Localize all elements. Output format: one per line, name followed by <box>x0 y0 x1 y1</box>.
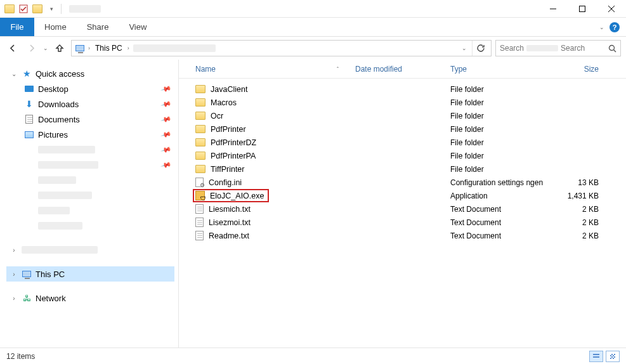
header-date[interactable]: Date modified <box>350 65 445 74</box>
header-name[interactable]: Name ˆ <box>190 65 350 74</box>
file-tab[interactable]: File <box>0 18 34 36</box>
up-button[interactable] <box>52 41 67 56</box>
breadcrumb-label: This PC <box>95 44 122 53</box>
file-name: Readme.txt <box>209 231 249 240</box>
nav-item-placeholder <box>38 207 70 214</box>
help-icon[interactable]: ? <box>610 22 620 32</box>
close-button[interactable] <box>597 0 626 18</box>
nav-quick-access[interactable]: ⌄ ★ Quick access <box>6 66 174 81</box>
header-size[interactable]: Size <box>553 65 604 74</box>
qat-dropdown-icon[interactable]: ▾ <box>46 3 57 15</box>
title-bar: ▾ <box>0 0 626 18</box>
expand-icon[interactable]: › <box>10 295 18 302</box>
file-name: Ocr <box>211 112 223 120</box>
expand-icon[interactable]: › <box>10 271 18 278</box>
view-toggles <box>589 351 620 362</box>
item-count: 12 items <box>6 352 35 361</box>
nav-this-pc[interactable]: › This PC <box>6 266 174 282</box>
file-name: Macros <box>211 98 237 107</box>
folder-icon <box>24 221 34 231</box>
breadcrumb-this-pc[interactable]: This PC <box>93 42 125 54</box>
breadcrumb-path-placeholder[interactable] <box>133 44 216 52</box>
crumb-sep-icon[interactable]: › <box>127 45 129 51</box>
tab-view[interactable]: View <box>119 18 157 36</box>
search-box[interactable]: Search <box>495 40 621 56</box>
nav-group-item[interactable]: › <box>6 242 174 257</box>
nav-recent-item[interactable] <box>6 203 174 218</box>
back-button[interactable] <box>5 41 20 56</box>
file-row[interactable]: PdfPrinterFile folder <box>190 122 626 136</box>
search-icon[interactable] <box>608 44 616 53</box>
file-row[interactable]: Lisezmoi.txtText Document2 KB <box>190 216 626 229</box>
forward-button[interactable] <box>24 41 39 56</box>
nav-recent-item[interactable] <box>6 172 174 188</box>
nav-desktop[interactable]: Desktop 📌 <box>6 81 174 96</box>
file-row[interactable]: PdfPrinterDZFile folder <box>190 136 626 149</box>
content-area: Name ˆ Date modified Type Size JavaClien… <box>179 60 626 348</box>
status-bar: 12 items <box>0 348 626 364</box>
text-file-icon <box>195 231 204 240</box>
file-row[interactable]: JavaClientFile folder <box>190 82 626 96</box>
nav-label: Desktop <box>38 84 68 94</box>
file-row[interactable]: Liesmich.txtText Document2 KB <box>190 202 626 216</box>
nav-pictures[interactable]: Pictures 📌 <box>6 127 174 142</box>
file-size: 2 KB <box>553 218 604 227</box>
file-row[interactable]: Config.iniConfiguration settings ngen13 … <box>190 176 626 189</box>
file-row[interactable]: OcrFile folder <box>190 109 626 122</box>
file-name: PdfPrinterDZ <box>211 138 256 147</box>
qat-separator <box>61 4 62 14</box>
expand-icon[interactable]: ⌄ <box>10 70 18 77</box>
file-row[interactable]: MacrosFile folder <box>190 96 626 109</box>
nav-downloads[interactable]: ⬇ Downloads 📌 <box>6 96 174 112</box>
folder-icon <box>24 145 34 155</box>
history-dropdown-icon[interactable]: ⌄ <box>43 45 48 51</box>
download-icon: ⬇ <box>24 99 34 109</box>
file-size: 1,431 KB <box>553 192 604 200</box>
icons-view-button[interactable] <box>606 351 620 362</box>
svg-point-5 <box>610 45 615 50</box>
nav-item-placeholder <box>38 146 95 153</box>
file-type: File folder <box>445 165 553 174</box>
nav-documents[interactable]: Documents 📌 <box>6 112 174 127</box>
search-input[interactable] <box>561 44 606 53</box>
nav-label: This PC <box>36 270 65 279</box>
file-row[interactable]: Readme.txtText Document2 KB <box>190 229 626 242</box>
refresh-button[interactable] <box>472 41 488 56</box>
address-bar[interactable]: › This PC › ⌄ <box>71 40 492 56</box>
body: ⌄ ★ Quick access Desktop 📌 ⬇ Downloads 📌… <box>0 60 626 348</box>
nav-recent-item[interactable] <box>6 218 174 233</box>
file-row[interactable]: EloJC_AIO.exeApplication1,431 KB <box>190 189 626 202</box>
nav-pinned-item[interactable]: 📌 <box>6 142 174 157</box>
file-type: File folder <box>445 85 553 94</box>
file-list[interactable]: JavaClientFile folderMacrosFile folderOc… <box>179 79 626 348</box>
new-folder-qat-icon[interactable] <box>32 3 43 15</box>
tab-share[interactable]: Share <box>77 18 119 36</box>
file-name: JavaClient <box>211 85 247 94</box>
file-size: 2 KB <box>553 205 604 214</box>
file-name: PdfPrinter <box>211 125 246 134</box>
config-file-icon <box>195 178 204 187</box>
properties-qat-icon[interactable] <box>18 3 29 15</box>
details-view-button[interactable] <box>589 351 603 362</box>
file-row[interactable]: PdfPrinterPAFile folder <box>190 149 626 162</box>
file-row[interactable]: TiffPrinterFile folder <box>190 162 626 176</box>
nav-item-placeholder <box>38 192 92 199</box>
address-history-icon[interactable]: ⌄ <box>462 45 467 51</box>
tab-home[interactable]: Home <box>34 18 77 36</box>
file-type: Application <box>445 192 553 200</box>
maximize-button[interactable] <box>568 0 597 18</box>
text-file-icon <box>195 204 204 214</box>
minimize-button[interactable] <box>538 0 568 18</box>
crumb-sep-icon[interactable]: › <box>88 45 90 51</box>
search-label: Search <box>500 44 524 53</box>
ribbon-collapse-icon[interactable]: ⌄ <box>599 24 604 30</box>
header-type[interactable]: Type <box>445 65 553 74</box>
nav-item-placeholder <box>22 246 98 254</box>
text-file-icon <box>195 218 204 227</box>
expand-icon[interactable]: › <box>10 247 18 254</box>
nav-recent-item[interactable] <box>6 188 174 203</box>
nav-network[interactable]: › Network <box>6 290 174 306</box>
pc-icon <box>22 269 32 279</box>
folder-icon <box>24 205 34 216</box>
nav-pinned-item[interactable]: 📌 <box>6 157 174 172</box>
